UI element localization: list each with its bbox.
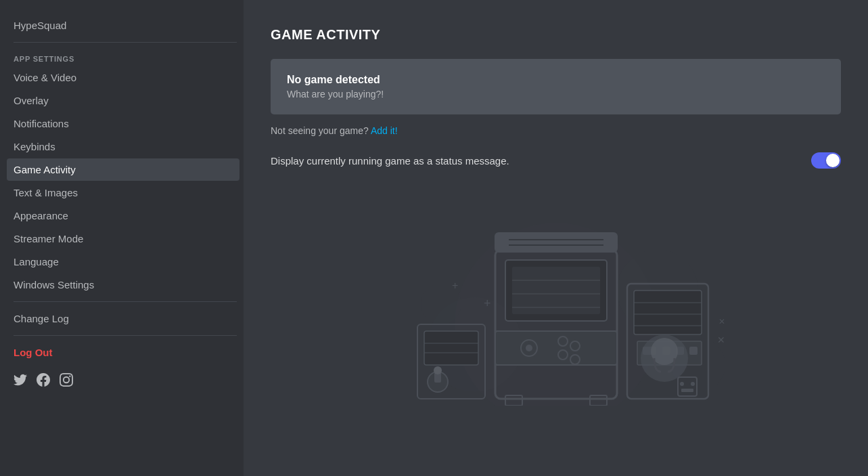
arcade-illustration-area: + + ✕ ✕	[271, 189, 841, 406]
svg-rect-11	[495, 233, 617, 252]
sidebar-item-notifications[interactable]: Notifications	[7, 112, 239, 135]
svg-text:+: +	[452, 280, 458, 291]
toggle-row: Display currently running game as a stat…	[271, 152, 841, 169]
sidebar-item-keybinds[interactable]: Keybinds	[7, 135, 239, 158]
sidebar-item-language[interactable]: Language	[7, 251, 239, 273]
svg-text:✕: ✕	[718, 317, 725, 326]
sidebar-item-voice-video[interactable]: Voice & Video	[7, 66, 239, 89]
no-game-title: No game detected	[287, 74, 825, 86]
sidebar-item-overlay[interactable]: Overlay	[7, 89, 239, 112]
svg-rect-36	[681, 389, 693, 392]
sidebar-section-app-settings: App Settings	[7, 48, 244, 66]
sidebar-divider-2	[14, 301, 237, 302]
instagram-icon[interactable]	[60, 373, 73, 390]
add-game-link[interactable]: Add it!	[371, 125, 398, 136]
svg-point-35	[691, 382, 695, 386]
game-status-toggle[interactable]	[811, 152, 841, 169]
sidebar-social	[7, 366, 244, 397]
toggle-label: Display currently running game as a stat…	[271, 155, 509, 167]
sidebar-divider-3	[14, 335, 237, 336]
add-game-text: Not seeing your game? Add it!	[271, 125, 841, 136]
sidebar-item-game-activity[interactable]: Game Activity	[7, 158, 239, 181]
toggle-knob	[826, 154, 840, 167]
sidebar-item-hypesquad[interactable]: HypeSquad	[7, 14, 239, 37]
main-content: Game Activity No game detected What are …	[244, 0, 868, 476]
svg-text:+: +	[484, 297, 491, 310]
sidebar-divider-1	[14, 42, 237, 43]
page-title: Game Activity	[271, 27, 841, 43]
svg-point-34	[680, 382, 684, 386]
no-game-card: No game detected What are you playing?!	[271, 59, 841, 114]
svg-point-43	[434, 366, 442, 374]
svg-rect-38	[424, 331, 478, 365]
svg-rect-24	[634, 290, 702, 334]
facebook-icon[interactable]	[37, 373, 50, 390]
twitter-icon[interactable]	[14, 373, 27, 390]
svg-rect-32	[689, 347, 698, 355]
sidebar-item-streamer-mode[interactable]: Streamer Mode	[7, 228, 239, 250]
svg-text:✕: ✕	[717, 334, 725, 345]
arcade-cabinet-illustration: + + ✕ ✕	[387, 189, 725, 406]
sidebar: HypeSquad App Settings Voice & Video Ove…	[0, 0, 244, 476]
sidebar-item-change-log[interactable]: Change Log	[7, 307, 239, 330]
sidebar-item-appearance[interactable]: Appearance	[7, 204, 239, 227]
svg-point-16	[526, 345, 532, 351]
sidebar-item-logout[interactable]: Log Out	[7, 341, 239, 364]
sidebar-item-text-images[interactable]: Text & Images	[7, 181, 239, 204]
no-game-subtitle: What are you playing?!	[287, 89, 825, 100]
sidebar-item-windows-settings[interactable]: Windows Settings	[7, 274, 239, 296]
svg-rect-14	[495, 331, 617, 365]
